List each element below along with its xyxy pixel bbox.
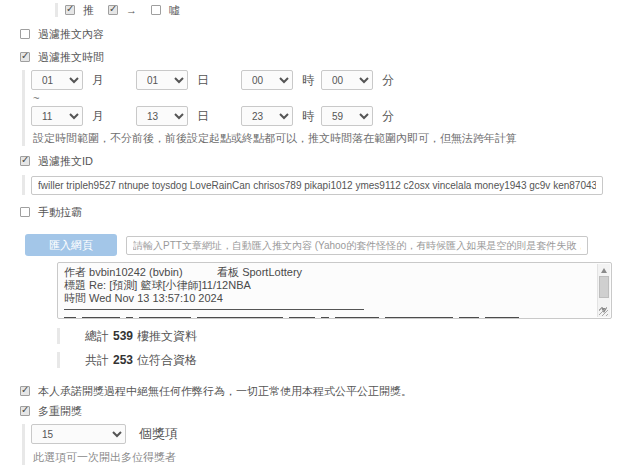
scrollbar-thumb[interactable] — [599, 276, 609, 298]
time-value: Wed Nov 13 13:57:10 2024 — [89, 292, 223, 304]
prize-count-select[interactable]: 15 — [31, 424, 126, 444]
author-label: 作者 — [64, 266, 86, 278]
from-day-select[interactable]: 01 — [136, 70, 188, 90]
time-from-row: 01 月 01 日 00 時 00 分 — [31, 70, 640, 90]
total-suffix: 樓推文資料 — [137, 328, 197, 345]
prize-unit-label: 個獎項 — [139, 425, 178, 443]
hour-unit-label: 時 — [302, 72, 314, 89]
minute-unit-label: 分 — [382, 72, 394, 89]
clipped-text-line — [64, 317, 593, 319]
filter-id-label: 過濾推文ID — [38, 154, 93, 169]
filter-id-checkbox[interactable] — [20, 156, 30, 166]
article-url-input[interactable] — [126, 236, 588, 255]
id-input-block — [22, 175, 640, 195]
month-unit-label: 月 — [92, 108, 104, 125]
day-unit-label: 日 — [197, 72, 209, 89]
pledge-label: 本人承諾開獎過程中絕無任何作弊行為，一切正常使用本程式公平公正開獎。 — [38, 384, 412, 399]
article-content-textarea[interactable]: 作者 bvbin10242 (bvbin) 看板 SportLottery 標題… — [57, 262, 612, 319]
multi-draw-checkbox[interactable] — [20, 406, 30, 416]
time-to-row: 11 月 13 日 23 時 59 分 — [31, 106, 640, 126]
push-type-filter-row: 推 → 噓 — [55, 3, 640, 17]
manual-slot-label: 手動拉霸 — [38, 205, 82, 220]
pledge-row: 本人承諾開獎過程中絕無任何作弊行為，一切正常使用本程式公平公正開獎。 — [20, 384, 640, 398]
filter-time-label: 過濾推文時間 — [38, 50, 104, 65]
article-time-line: 時間 Wed Nov 13 13:57:10 2024 — [64, 292, 593, 305]
from-minute-select[interactable]: 00 — [321, 70, 373, 90]
article-header-line: 作者 bvbin10242 (bvbin) 看板 SportLottery — [64, 266, 593, 279]
import-row: 匯入網頁 — [25, 234, 640, 256]
month-unit-label: 月 — [92, 72, 104, 89]
multi-draw-row: 多重開獎 — [20, 404, 640, 418]
total-prefix: 總計 — [85, 328, 109, 345]
filter-content-checkbox[interactable] — [20, 29, 30, 39]
minute-unit-label: 分 — [382, 108, 394, 125]
pledge-checkbox[interactable] — [20, 386, 30, 396]
range-separator: ~ — [33, 92, 640, 104]
filter-content-label: 過濾推文內容 — [38, 27, 104, 42]
arrow-comment-label: → — [126, 4, 137, 16]
time-range-block: 01 月 01 日 00 時 00 分 ~ 11 月 13 日 23 時 5 — [22, 70, 640, 146]
boo-checkbox[interactable] — [151, 5, 161, 15]
from-hour-select[interactable]: 00 — [241, 70, 293, 90]
qualified-suffix: 位符合資格 — [137, 352, 197, 369]
filter-id-row: 過濾推文ID — [20, 154, 640, 168]
import-page-button[interactable]: 匯入網頁 — [25, 234, 117, 256]
time-range-note: 設定時間範圍，不分前後，前後設定起點或終點都可以，推文時間落在範圍內即可，但無法… — [33, 131, 640, 146]
boo-label: 噓 — [169, 3, 180, 18]
manual-slot-row: 手動拉霸 — [20, 205, 640, 219]
title-value: Re: [預測] 籃球[小律師]11/12NBA — [89, 279, 251, 291]
author-value: bvbin10242 (bvbin) — [89, 266, 183, 278]
push-checkbox[interactable] — [65, 5, 75, 15]
total-comments-stat: 總計 539 樓推文資料 — [57, 328, 640, 344]
multi-draw-note: 此選項可一次開出多位得獎者 — [33, 450, 640, 465]
filter-content-row: 過濾推文內容 — [20, 27, 640, 41]
board-value: SportLottery — [242, 266, 302, 278]
article-title-line: 標題 Re: [預測] 籃球[小律師]11/12NBA — [64, 279, 593, 292]
push-label: 推 — [83, 3, 94, 18]
resize-grip-icon[interactable] — [599, 307, 608, 316]
article-divider — [64, 309, 364, 310]
multi-draw-label: 多重開獎 — [38, 404, 82, 419]
time-label: 時間 — [64, 292, 86, 304]
from-month-select[interactable]: 01 — [31, 70, 83, 90]
day-unit-label: 日 — [197, 108, 209, 125]
to-minute-select[interactable]: 59 — [321, 106, 373, 126]
manual-slot-checkbox[interactable] — [20, 207, 30, 217]
board-label: 看板 — [217, 266, 239, 278]
total-count: 539 — [113, 329, 133, 343]
qualified-stat: 共計 253 位符合資格 — [57, 352, 640, 368]
to-month-select[interactable]: 11 — [31, 106, 83, 126]
prize-count-block: 15 個獎項 此選項可一次開出多位得獎者 — [22, 424, 640, 465]
to-hour-select[interactable]: 23 — [241, 106, 293, 126]
title-label: 標題 — [64, 279, 86, 291]
id-list-input[interactable] — [31, 176, 603, 195]
scroll-up-icon[interactable] — [601, 268, 607, 273]
qualified-count: 253 — [113, 353, 133, 367]
to-day-select[interactable]: 13 — [136, 106, 188, 126]
filter-time-row: 過濾推文時間 — [20, 50, 640, 64]
arrow-comment-checkbox[interactable] — [108, 5, 118, 15]
filter-time-checkbox[interactable] — [20, 52, 30, 62]
hour-unit-label: 時 — [302, 108, 314, 125]
qualified-prefix: 共計 — [85, 352, 109, 369]
